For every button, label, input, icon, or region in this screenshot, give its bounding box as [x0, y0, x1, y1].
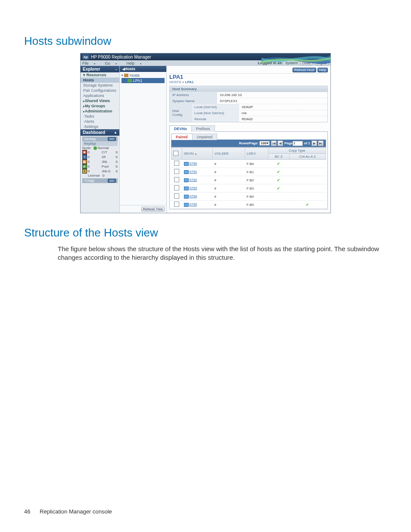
menu-go[interactable]: Go ▾	[105, 61, 121, 65]
section2-heading: Structure of the Hosts view	[24, 226, 387, 240]
disk-config-label: Disk Config	[170, 104, 191, 122]
rows-per-page-select[interactable]: 100	[259, 141, 269, 146]
status-dot-icon	[93, 146, 97, 150]
ldev-cell: F:B5	[245, 201, 268, 209]
table-row[interactable]: 0792#F:B2✔	[171, 176, 326, 184]
bcz-cell: ✔	[268, 176, 289, 184]
menu-file[interactable]: File ▾	[82, 61, 100, 65]
table-row[interactable]: 0790#F:B0✔	[171, 160, 326, 168]
tab-devns[interactable]: DEVNs	[169, 125, 192, 132]
nav-hosts[interactable]: Hosts	[81, 78, 119, 83]
nav-pair[interactable]: Pair Configurations	[81, 88, 119, 93]
crumb-root[interactable]: HOSTS	[169, 80, 181, 84]
tree-panel: Hosts ▾ Hosts LPA1 Refresh Tree	[119, 66, 166, 213]
col-checkbox[interactable]	[171, 148, 182, 160]
page-prev-icon[interactable]: ◀	[277, 140, 283, 146]
cnt-cell	[289, 184, 326, 193]
bcz-cell: ✔	[268, 168, 289, 176]
disk-icon	[184, 195, 189, 199]
sysplex-value: SYSPLEX1	[217, 98, 327, 104]
host-summary-header: Host Summary	[170, 86, 327, 92]
devn-link[interactable]: 0792	[190, 178, 197, 182]
row-checkbox[interactable]	[174, 161, 179, 166]
clock-icon: ◐	[82, 159, 87, 164]
page-title: LPA1	[169, 74, 328, 80]
row-checkbox[interactable]	[174, 177, 179, 182]
refresh-tree-button[interactable]: Refresh Tree	[141, 207, 165, 212]
folder-icon	[124, 74, 128, 77]
refresh-host-button[interactable]: Refresh Host	[293, 68, 316, 72]
tree-header[interactable]: Hosts	[120, 66, 166, 72]
devn-link[interactable]: 0791	[190, 170, 197, 174]
tree-root[interactable]: ▾ Hosts	[121, 73, 165, 78]
menu-help[interactable]: Help ▾	[127, 61, 146, 65]
page-footer: 46 Replication Manager console	[0, 508, 411, 515]
nav-storage[interactable]: Storage Systems	[81, 83, 119, 88]
dash-devmgr[interactable]: DevMgr GO	[82, 137, 118, 141]
row-checkbox[interactable]	[174, 169, 179, 174]
row-checkbox[interactable]	[174, 185, 179, 190]
table-row[interactable]: 0794#F:B4	[171, 193, 326, 201]
collapse-icon[interactable]: ▲	[114, 131, 117, 134]
app-title: HP P9000 Replication Manager	[91, 55, 151, 59]
section1-heading: Hosts subwindow	[24, 34, 387, 48]
go-button[interactable]: GO	[108, 137, 116, 141]
col-volser[interactable]: VOLSER	[213, 148, 245, 160]
dash-tcmgr[interactable]: TCMgr GO	[82, 178, 118, 183]
disk-icon	[184, 187, 189, 190]
page-input[interactable]	[293, 141, 303, 146]
devn-link[interactable]: 0795	[190, 202, 197, 206]
footer-title: Replication Manager console	[40, 508, 112, 515]
devn-link[interactable]: 0793	[190, 186, 197, 190]
col-bcz[interactable]: BC Z	[268, 154, 289, 160]
alert-icon: ✖	[82, 150, 87, 155]
page-last-icon[interactable]: ▶|	[318, 140, 324, 146]
nav-resources[interactable]: ▾ Resources	[81, 72, 119, 78]
table-row[interactable]: 0793#F:B3✔	[171, 184, 326, 193]
col-ldev[interactable]: LDEV	[245, 148, 268, 160]
cnt-cell	[289, 193, 326, 201]
nav-shared[interactable]: Shared Views	[81, 98, 119, 103]
page-first-icon[interactable]: |◀	[271, 140, 277, 146]
dash-node: Node: Normal	[82, 146, 118, 150]
logout-button[interactable]: Logout	[315, 61, 329, 65]
check-icon: ✔	[277, 162, 280, 166]
nav-mygroups[interactable]: My Groups	[81, 103, 119, 109]
close-button[interactable]: Close	[300, 61, 312, 65]
go-button[interactable]: GO	[108, 179, 116, 183]
tab-paired[interactable]: Paired	[171, 134, 193, 140]
ldev-cell: F:B2	[245, 176, 268, 184]
help-button[interactable]: Help	[318, 68, 328, 72]
devn-table: DEVN ▲ VOLSER LDEV Copy Type BC Z Cnt Ac…	[171, 147, 326, 209]
dash-repmgr[interactable]: RepMgr	[82, 141, 118, 146]
dash-license: License	[88, 174, 103, 177]
cnt-cell	[289, 160, 326, 168]
nav-tasks[interactable]: Tasks	[81, 114, 119, 119]
nav-admin[interactable]: Administration	[81, 109, 119, 114]
table-row[interactable]: 0795#F:B5✔	[171, 201, 326, 209]
col-devn[interactable]: DEVN ▲	[182, 148, 213, 160]
menubar: File ▾ Go ▾ Help ▾ Logged in as: system …	[81, 60, 330, 66]
nav-apps[interactable]: Applications	[81, 93, 119, 98]
row-checkbox[interactable]	[174, 202, 179, 207]
tab-unpaired[interactable]: Unpaired	[192, 134, 218, 140]
dashboard-header[interactable]: Dashboard▲	[81, 129, 119, 136]
disk-icon	[184, 162, 189, 166]
titlebar: hp HP P9000 Replication Manager	[81, 53, 330, 60]
nav-alerts[interactable]: Alerts	[81, 119, 119, 124]
nav-settings[interactable]: Settings	[81, 124, 119, 129]
row-checkbox[interactable]	[174, 193, 179, 199]
tab-prefixes[interactable]: Prefixes	[191, 125, 215, 132]
disk-icon	[184, 203, 189, 207]
tree-child-lpa1[interactable]: LPA1	[121, 78, 165, 83]
collapse-icon[interactable]: –	[115, 67, 117, 71]
col-cnt[interactable]: Cnt Ac-A Z	[289, 154, 326, 160]
explorer-header[interactable]: Explorer–	[81, 66, 119, 72]
devn-link[interactable]: 0794	[190, 194, 197, 198]
crumb-leaf: LPA1	[185, 80, 194, 84]
host-summary: Host Summary IP Address10.208.182.10 Sys…	[169, 86, 328, 122]
page-next-icon[interactable]: ▶	[311, 140, 317, 146]
devn-link[interactable]: 0790	[190, 162, 197, 165]
table-row[interactable]: 0791#F:B1✔	[171, 168, 326, 176]
ip-value: 10.208.182.10	[217, 92, 327, 98]
